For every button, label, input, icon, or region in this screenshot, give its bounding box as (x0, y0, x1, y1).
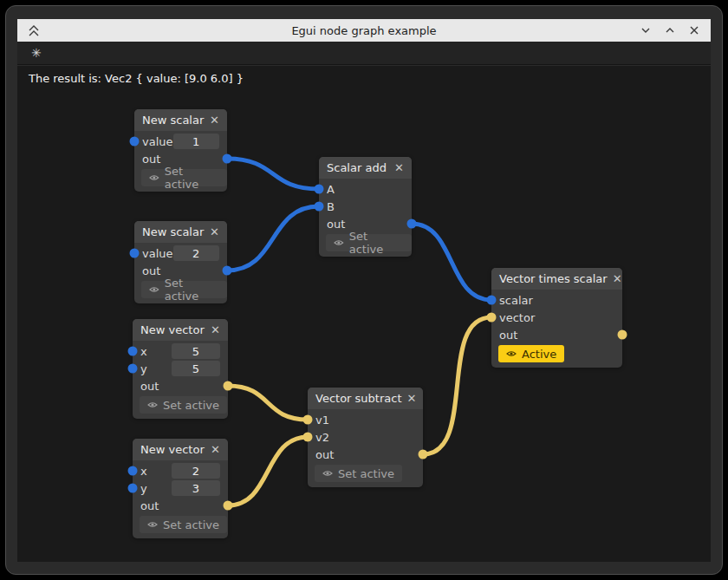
node-header[interactable]: New vector✕ (133, 319, 228, 341)
node-row-y: y3 (133, 479, 228, 497)
node-scalar1[interactable]: New scalar✕value1outSet active (134, 109, 227, 192)
node-title: New vector (140, 323, 205, 336)
node-row-B: B (319, 198, 412, 215)
eye-icon (147, 401, 158, 409)
value-input-y[interactable]: 3 (172, 480, 220, 496)
set-active-button[interactable]: Set active (140, 516, 227, 533)
port-vector2-out[interactable] (224, 501, 233, 511)
node-subtract[interactable]: Vector subtract✕v1v2outSet active (308, 388, 423, 487)
port-times-vector[interactable] (487, 313, 497, 323)
node-row-vector: vector (491, 309, 622, 326)
eye-icon (147, 520, 158, 529)
eye-icon (334, 238, 344, 247)
port-vector1-out[interactable] (224, 381, 233, 391)
node-close-icon[interactable]: ✕ (211, 444, 220, 455)
button-label: Set active (163, 399, 219, 412)
node-header[interactable]: Vector subtract✕ (308, 388, 423, 409)
node-row-value: value1 (134, 133, 227, 150)
active-button[interactable]: Active (498, 345, 564, 362)
node-add[interactable]: Scalar add✕ABoutSet active (319, 157, 412, 257)
node-close-icon[interactable]: ✕ (211, 324, 220, 336)
eye-icon (149, 173, 159, 182)
value-input-y[interactable]: 5 (172, 361, 220, 376)
node-times[interactable]: Vector times scalar✕scalarvectoroutActiv… (491, 268, 622, 368)
node-vector2[interactable]: New vector✕x2y3outSet active (133, 439, 228, 538)
port-label: v1 (315, 414, 329, 427)
port-subtract-v2[interactable] (303, 433, 313, 442)
value-input-value[interactable]: 2 (173, 245, 219, 261)
port-vector2-x[interactable] (128, 466, 138, 476)
button-label: Set active (349, 230, 404, 256)
node-title: New vector (140, 443, 205, 456)
eye-icon (149, 285, 159, 294)
port-scalar1-value[interactable] (130, 137, 140, 147)
set-active-button[interactable]: Set active (141, 169, 227, 186)
port-scalar1-out[interactable] (223, 154, 232, 164)
port-vector1-y[interactable] (128, 364, 138, 374)
port-add-A[interactable] (315, 185, 324, 194)
port-add-B[interactable] (315, 202, 324, 212)
port-vector2-y[interactable] (128, 484, 138, 493)
port-label: scalar (499, 294, 533, 307)
set-active-button[interactable]: Set active (315, 465, 402, 482)
node-header[interactable]: New vector✕ (133, 439, 228, 460)
port-label: A (327, 183, 335, 196)
node-row-scalar: scalar (491, 291, 622, 309)
port-label: y (140, 362, 147, 375)
port-label: vector (499, 311, 535, 324)
node-close-icon[interactable]: ✕ (210, 114, 219, 126)
node-header[interactable]: Scalar add✕ (319, 157, 412, 179)
eye-icon (506, 349, 517, 358)
node-row-out: out (491, 326, 622, 343)
node-header[interactable]: New scalar✕ (134, 221, 227, 243)
port-scalar2-value[interactable] (130, 249, 140, 258)
port-times-out[interactable] (618, 330, 627, 340)
port-scalar2-out[interactable] (223, 266, 232, 276)
port-label: out (140, 380, 159, 393)
node-close-icon[interactable]: ✕ (210, 226, 219, 238)
node-header[interactable]: Vector times scalar✕ (491, 268, 622, 290)
node-close-icon[interactable]: ✕ (613, 273, 622, 284)
port-label: x (140, 465, 147, 478)
node-title: New scalar (142, 225, 204, 238)
button-label: Set active (165, 165, 219, 191)
node-title: Vector subtract (315, 392, 401, 405)
node-row-v1: v1 (308, 411, 423, 428)
set-active-button[interactable]: Set active (140, 396, 227, 414)
port-label: v2 (315, 431, 329, 444)
port-label: out (499, 329, 517, 342)
node-title: Scalar add (327, 161, 387, 174)
node-scalar2[interactable]: New scalar✕value2outSet active (134, 221, 227, 303)
node-vector1[interactable]: New vector✕x5y5outSet active (133, 319, 228, 419)
node-row-y: y5 (133, 360, 228, 377)
eye-icon (322, 469, 333, 478)
node-row-x: x2 (133, 462, 228, 479)
port-subtract-out[interactable] (419, 450, 428, 459)
port-label: x (140, 345, 147, 358)
node-row-out: out (308, 446, 423, 463)
node-row-x: x5 (133, 342, 228, 360)
value-input-x[interactable]: 2 (172, 463, 220, 479)
value-input-x[interactable]: 5 (172, 343, 220, 359)
button-label: Set active (163, 518, 219, 531)
port-vector1-x[interactable] (128, 347, 138, 356)
node-title: Vector times scalar (499, 272, 608, 285)
set-active-button[interactable]: Set active (326, 234, 412, 251)
port-label: out (140, 499, 159, 512)
set-active-button[interactable]: Set active (141, 281, 227, 298)
port-add-out[interactable] (407, 219, 417, 229)
node-close-icon[interactable]: ✕ (406, 393, 416, 404)
port-label: out (142, 264, 160, 277)
button-label: Set active (165, 277, 219, 303)
desktop: { "window": { "title": "Egui node graph … (0, 0, 728, 580)
node-header[interactable]: New scalar✕ (134, 109, 227, 131)
node-close-icon[interactable]: ✕ (394, 162, 404, 173)
port-times-scalar[interactable] (487, 296, 497, 305)
port-label: B (327, 200, 335, 213)
value-input-value[interactable]: 1 (173, 134, 219, 149)
node-title: New scalar (142, 114, 204, 127)
port-subtract-v1[interactable] (303, 415, 313, 425)
graph-layer: New scalar✕value1outSet activeNew scalar… (0, 0, 728, 580)
port-label: out (327, 218, 345, 231)
button-label: Active (522, 348, 556, 361)
